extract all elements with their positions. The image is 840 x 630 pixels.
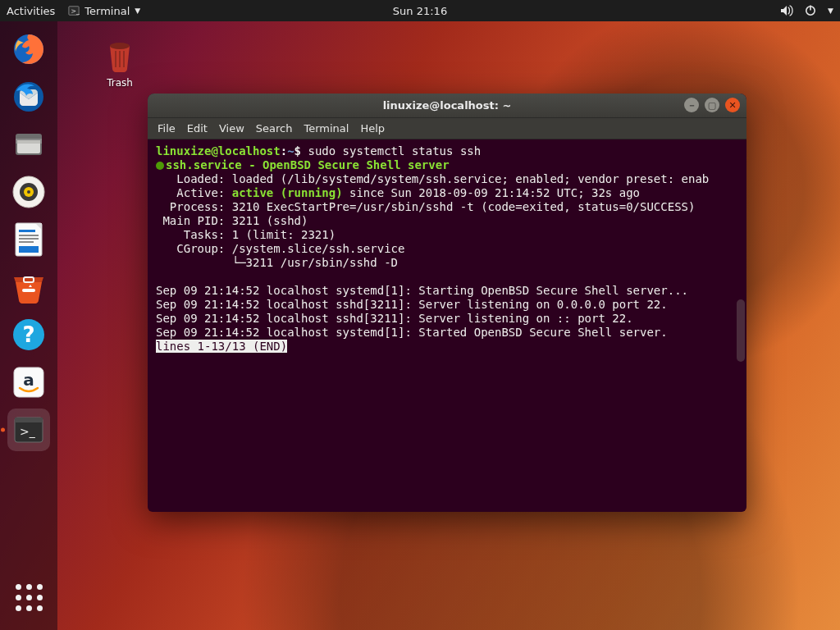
svg-rect-35 [123,51,125,67]
show-applications-button[interactable] [7,576,50,619]
menu-edit[interactable]: Edit [187,122,208,135]
svg-rect-17 [19,230,35,232]
active-rest: since Sun 2018-09-09 21:14:52 UTC; 32s a… [343,186,640,199]
power-icon [805,5,816,16]
activities-button[interactable]: Activities [7,5,55,17]
launcher-dock: ? a >_ [0,21,57,630]
menu-terminal[interactable]: Terminal [304,122,349,135]
volume-icon [780,5,793,16]
svg-text:>_: >_ [20,425,36,438]
chevron-down-icon: ▼ [828,7,833,15]
terminal-icon: >_ [68,5,80,16]
dock-item-thunderbird[interactable] [7,75,50,118]
terminal-viewport[interactable]: linuxize@localhost:~$ sudo systemctl sta… [148,139,746,512]
chevron-down-icon: ▼ [135,7,140,15]
mainpid-line: Main PID: 3211 (sshd) [156,214,308,227]
terminal-window: linuxize@localhost: ~ － ▢ ✕ File Edit Vi… [148,94,746,512]
system-status-area[interactable]: ▼ [780,5,833,16]
svg-rect-23 [22,289,35,292]
svg-rect-34 [119,51,121,67]
svg-rect-20 [19,241,34,243]
trash-label: Trash [87,77,153,89]
app-menu-label: Terminal [84,5,130,17]
dock-item-software[interactable] [7,266,50,308]
trash-desktop-icon[interactable]: Trash [87,34,153,89]
window-title: linuxize@localhost: ~ [383,99,512,112]
svg-rect-33 [115,51,116,67]
dock-item-rhythmbox[interactable] [7,171,50,213]
svg-text:?: ? [22,322,34,347]
window-minimize-button[interactable]: － [684,98,699,112]
dock-item-writer[interactable] [7,218,50,261]
menu-file[interactable]: File [158,122,176,135]
app-menu-button[interactable]: >_ Terminal ▼ [68,5,140,17]
log-line: Sep 09 21:14:52 localhost sshd[3211]: Se… [156,298,668,311]
svg-rect-9 [17,140,40,144]
apps-grid-icon [16,584,43,611]
clock[interactable]: Sun 21:16 [393,5,447,17]
active-prefix: Active: [156,186,232,199]
running-indicator-icon [1,428,5,432]
window-maximize-button[interactable]: ▢ [705,98,719,112]
prompt-path: ~ [287,144,294,158]
log-line: Sep 09 21:14:52 localhost systemd[1]: St… [156,326,668,339]
prompt-user: linuxize@localhost [156,144,281,158]
terminal-menubar: File Edit View Search Terminal Help [148,118,746,139]
command-text: sudo systemctl status ssh [308,144,481,158]
svg-rect-19 [19,238,39,240]
status-dot-icon [156,162,164,170]
log-line: Sep 09 21:14:52 localhost systemd[1]: St… [156,284,688,297]
menu-view[interactable]: View [219,122,244,135]
active-status: active (running) [232,186,343,199]
top-bar: Activities >_ Terminal ▼ Sun 21:16 ▼ [0,0,840,21]
dock-item-help[interactable]: ? [7,313,50,356]
svg-rect-3 [810,6,811,11]
process-line: Process: 3210 ExecStartPre=/usr/sbin/ssh… [156,200,695,213]
svg-rect-30 [15,418,43,422]
tasks-line: Tasks: 1 (limit: 2321) [156,228,336,241]
svg-text:>_: >_ [71,7,80,15]
cgroup-line: CGroup: /system.slice/ssh.service [156,242,404,255]
dock-item-amazon[interactable]: a [7,361,50,404]
menu-search[interactable]: Search [256,122,293,135]
menu-help[interactable]: Help [360,122,385,135]
svg-point-14 [27,190,30,194]
terminal-scrollbar[interactable] [737,299,745,362]
window-close-button[interactable]: ✕ [725,98,740,112]
svg-point-32 [110,43,130,49]
dock-item-terminal[interactable]: >_ [7,409,50,451]
svg-rect-21 [19,246,39,253]
svg-rect-18 [19,235,39,236]
dock-item-files[interactable] [7,123,50,166]
trash-icon [100,34,139,74]
log-line: Sep 09 21:14:52 localhost sshd[3211]: Se… [156,312,633,325]
svg-text:a: a [23,370,34,390]
pager-end: lines 1-13/13 (END) [156,340,287,353]
window-titlebar[interactable]: linuxize@localhost: ~ － ▢ ✕ [148,94,746,118]
loaded-line: Loaded: loaded (/lib/systemd/system/ssh.… [156,172,709,185]
dock-item-firefox[interactable] [7,28,50,71]
service-line: ssh.service - OpenBSD Secure Shell serve… [166,158,450,171]
cgroup-child-line: └─3211 /usr/sbin/sshd -D [156,256,398,269]
